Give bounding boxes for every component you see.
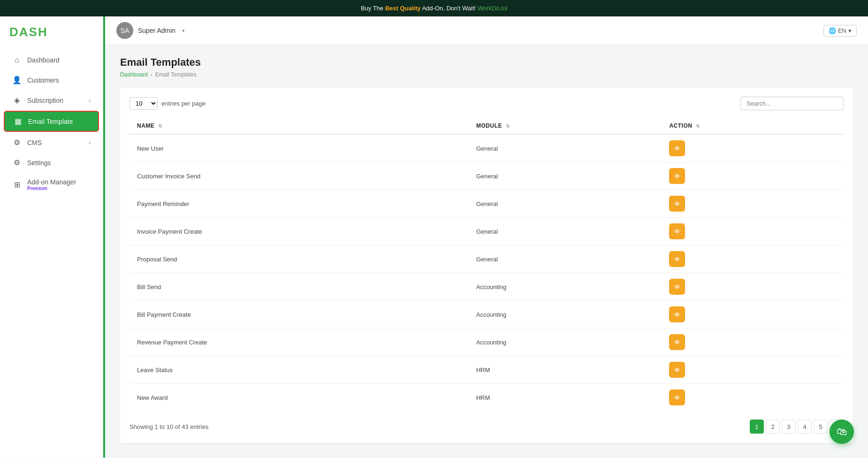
breadcrumb: Dashboard › Email Templates: [120, 71, 853, 78]
view-button[interactable]: 👁: [669, 223, 685, 239]
page-header: Email Templates: [120, 56, 853, 69]
cell-action: 👁: [662, 162, 844, 190]
language-selector[interactable]: 🌐 EN ▾: [823, 25, 857, 37]
table-row: Customer Invoice SendGeneral👁: [129, 162, 844, 190]
cell-module: Accounting: [469, 328, 662, 356]
sidebar-item-cms[interactable]: ⚙ CMS ›: [4, 133, 99, 152]
sidebar-item-label: Customers: [27, 76, 59, 84]
home-icon: ⌂: [12, 56, 22, 64]
sidebar-item-addon-manager[interactable]: ⊞ Add-on Manager Premium: [4, 173, 99, 196]
table-row: Leave StatusHRM👁: [129, 356, 844, 384]
banner-link[interactable]: WorkDo.lol: [478, 5, 507, 12]
breadcrumb-current: Email Templates: [155, 71, 197, 78]
page-btn-1[interactable]: 1: [750, 420, 764, 434]
page-btn-2[interactable]: 2: [766, 420, 780, 434]
sidebar-item-label: Add-on Manager: [27, 178, 76, 186]
avatar: SA: [116, 22, 133, 39]
logo-dash: DASH: [9, 25, 48, 39]
col-module: MODULE ⇅: [469, 118, 662, 134]
data-table: NAME ⇅ MODULE ⇅ ACTION ⇅: [129, 118, 844, 411]
topbar-right: 🌐 EN ▾: [823, 25, 857, 37]
sidebar-item-dashboard[interactable]: ⌂ Dashboard: [4, 51, 99, 69]
view-button[interactable]: 👁: [669, 306, 685, 322]
sidebar-item-customers[interactable]: 👤 Customers: [4, 70, 99, 90]
view-button[interactable]: 👁: [669, 362, 685, 378]
cell-action: 👁: [662, 356, 844, 384]
topbar: SA Super Admin ▾ 🌐 EN ▾: [105, 16, 868, 45]
cell-module: Accounting: [469, 273, 662, 301]
view-button[interactable]: 👁: [669, 334, 685, 350]
sidebar-item-label: CMS: [27, 139, 42, 146]
addon-icon: ⊞: [12, 180, 22, 189]
premium-badge: Premium: [27, 186, 76, 191]
cell-module: General: [469, 245, 662, 273]
user-dropdown-arrow[interactable]: ▾: [182, 28, 185, 34]
search-input[interactable]: [740, 97, 844, 110]
cell-name: New Award: [129, 384, 469, 412]
breadcrumb-home[interactable]: Dashboard: [120, 71, 148, 78]
cms-icon: ⚙: [12, 138, 22, 147]
cell-module: General: [469, 190, 662, 218]
chevron-right-icon: ›: [89, 98, 91, 103]
entries-control: 10 25 50 100 entries per page: [129, 97, 206, 110]
page-btn-4[interactable]: 4: [798, 420, 812, 434]
logo: DASH: [0, 16, 103, 46]
lang-label: EN: [838, 27, 846, 34]
col-name: NAME ⇅: [129, 118, 469, 134]
cell-name: Payment Reminder: [129, 190, 469, 218]
sort-icon-name[interactable]: ⇅: [158, 123, 162, 129]
pagination-area: Showing 1 to 10 of 43 entries 1 2 3 4 5 …: [129, 420, 844, 434]
view-button[interactable]: 👁: [669, 251, 685, 267]
table-container: 10 25 50 100 entries per page: [120, 87, 853, 443]
view-button[interactable]: 👁: [669, 168, 685, 184]
table-row: Bill Payment CreateAccounting👁: [129, 301, 844, 328]
sidebar-item-label: Email Template: [28, 118, 73, 125]
page-btn-3[interactable]: 3: [782, 420, 796, 434]
sidebar-item-settings[interactable]: ⚙ Settings: [4, 153, 99, 172]
cell-action: 👁: [662, 134, 844, 162]
table-body: New UserGeneral👁Customer Invoice SendGen…: [129, 134, 844, 411]
sidebar-item-subscription[interactable]: ◈ Subscription ›: [4, 91, 99, 110]
banner-prefix: Buy The: [361, 5, 385, 12]
cell-name: Invoice Payment Create: [129, 218, 469, 245]
table-controls: 10 25 50 100 entries per page: [129, 97, 844, 110]
cell-action: 👁: [662, 301, 844, 328]
sort-icon-action[interactable]: ⇅: [696, 123, 700, 129]
breadcrumb-separator: ›: [151, 71, 152, 78]
entries-label: entries per page: [161, 100, 206, 107]
cell-module: HRM: [469, 384, 662, 412]
view-button[interactable]: 👁: [669, 140, 685, 156]
cell-name: Leave Status: [129, 356, 469, 384]
content-area: Email Templates Dashboard › Email Templa…: [105, 45, 868, 458]
cell-name: Revenue Payment Create: [129, 328, 469, 356]
cell-action: 👁: [662, 245, 844, 273]
cell-action: 👁: [662, 384, 844, 412]
page-btn-5[interactable]: 5: [814, 420, 828, 434]
sort-icon-module[interactable]: ⇅: [506, 123, 510, 129]
sidebar-item-label: Settings: [27, 159, 51, 167]
view-button[interactable]: 👁: [669, 279, 685, 295]
cell-module: General: [469, 134, 662, 162]
sidebar-item-label: Subscription: [27, 97, 63, 104]
table-row: Revenue Payment CreateAccounting👁: [129, 328, 844, 356]
table-row: New AwardHRM👁: [129, 384, 844, 412]
cell-name: Customer Invoice Send: [129, 162, 469, 190]
col-action: ACTION ⇅: [662, 118, 844, 134]
table-row: Proposal SendGeneral👁: [129, 245, 844, 273]
cell-module: General: [469, 218, 662, 245]
globe-icon: 🌐: [829, 27, 836, 34]
sidebar-item-email-template[interactable]: ▦ Email Template: [4, 111, 99, 132]
shopping-bag-icon: 🛍: [837, 426, 847, 438]
email-template-icon: ▦: [13, 117, 23, 126]
cell-name: New User: [129, 134, 469, 162]
view-button[interactable]: 👁: [669, 196, 685, 212]
entries-select[interactable]: 10 25 50 100: [129, 97, 158, 110]
banner-middle: Add-On, Don't Wait!: [422, 5, 477, 12]
table-header-row: NAME ⇅ MODULE ⇅ ACTION ⇅: [129, 118, 844, 134]
cell-name: Bill Send: [129, 273, 469, 301]
fab-button[interactable]: 🛍: [830, 420, 854, 444]
view-button[interactable]: 👁: [669, 389, 685, 405]
cell-name: Bill Payment Create: [129, 301, 469, 328]
sidebar-item-label: Dashboard: [27, 56, 60, 64]
cell-action: 👁: [662, 218, 844, 245]
